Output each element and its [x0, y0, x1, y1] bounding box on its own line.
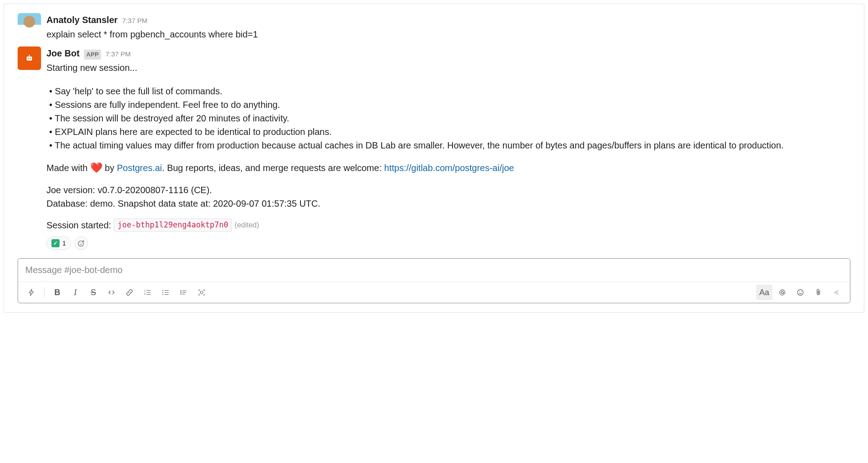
svg-text:2: 2	[144, 292, 146, 295]
timestamp: 7:37 PM	[122, 16, 148, 26]
smile-icon	[796, 288, 804, 296]
strikethrough-button[interactable]: S	[85, 285, 102, 300]
emoji-button[interactable]	[792, 285, 808, 300]
app-badge: APP	[84, 50, 101, 60]
text: . Bug reports, ideas, and merge requests…	[162, 163, 384, 173]
link-icon	[125, 288, 134, 296]
bullet-item: • The actual timing values may differ fr…	[46, 139, 850, 152]
svg-rect-0	[27, 56, 32, 60]
code-button[interactable]	[103, 285, 120, 300]
code-icon	[107, 288, 115, 296]
code-block-icon	[198, 288, 206, 296]
svg-point-13	[781, 292, 784, 294]
at-icon	[778, 288, 786, 296]
paperclip-icon	[814, 288, 822, 296]
composer-toolbar: B I S 12 Aa	[18, 282, 850, 303]
message-composer: Message #joe-bot-demo B I S 12 Aa	[18, 258, 850, 303]
text: Made with	[46, 163, 90, 173]
composer-input[interactable]: Message #joe-bot-demo	[18, 259, 850, 282]
reaction-count: 1	[62, 238, 66, 249]
reactions-bar: ✓ 1	[46, 236, 850, 250]
message-bot: Joe Bot APP 7:37 PM Starting new session…	[18, 46, 850, 250]
version-line: Joe version: v0.7.0-20200807-1116 (CE).	[46, 183, 850, 197]
reaction-check[interactable]: ✓ 1	[46, 236, 71, 250]
send-button[interactable]	[828, 285, 845, 300]
link-button[interactable]	[121, 285, 138, 300]
svg-point-6	[80, 243, 81, 244]
text: by	[102, 163, 117, 173]
smile-plus-icon	[77, 239, 85, 247]
blockquote-button[interactable]	[175, 285, 192, 300]
mention-button[interactable]	[774, 285, 790, 300]
message-content: Anatoly Stansler 7:37 PM explain select …	[46, 13, 850, 41]
code-block-button[interactable]	[194, 285, 210, 300]
divider	[44, 287, 45, 297]
send-icon	[832, 288, 840, 296]
svg-point-10	[162, 290, 163, 291]
robot-icon	[25, 54, 33, 62]
bullet-item: • Sessions are fully independent. Feel f…	[46, 98, 850, 111]
svg-point-11	[162, 292, 163, 293]
bullet-list-icon	[162, 288, 170, 296]
svg-point-14	[798, 290, 803, 296]
bot-intro: Starting new session...	[46, 61, 850, 74]
svg-point-4	[29, 55, 30, 56]
svg-text:1: 1	[144, 289, 146, 292]
svg-point-15	[799, 292, 800, 292]
postgres-link[interactable]: Postgres.ai	[117, 163, 162, 173]
repo-link[interactable]: https://gitlab.com/postgres-ai/joe	[384, 163, 514, 173]
bold-button[interactable]: B	[49, 285, 65, 300]
database-line: Database: demo. Snapshot data state at: …	[46, 197, 850, 210]
made-with-line: Made with ❤️ by Postgres.ai. Bug reports…	[46, 160, 850, 175]
message-header: Anatoly Stansler 7:37 PM	[46, 13, 850, 27]
avatar-user[interactable]	[18, 13, 41, 37]
edited-label: (edited)	[235, 220, 259, 231]
svg-point-7	[82, 243, 83, 244]
message-user: Anatoly Stansler 7:37 PM explain select …	[18, 13, 850, 41]
chat-panel: Anatoly Stansler 7:37 PM explain select …	[4, 4, 864, 313]
bullet-list-button[interactable]	[157, 285, 174, 300]
shortcuts-button[interactable]	[23, 285, 40, 300]
lightning-icon	[28, 288, 36, 296]
message-header: Joe Bot APP 7:37 PM	[46, 46, 850, 60]
svg-point-2	[30, 58, 31, 59]
italic-button[interactable]: I	[67, 285, 83, 300]
avatar-bot[interactable]	[18, 46, 41, 70]
attach-button[interactable]	[810, 285, 826, 300]
ordered-list-icon: 12	[143, 288, 152, 296]
svg-point-12	[162, 294, 163, 295]
bullet-list: • Say 'help' to see the full list of com…	[46, 84, 850, 152]
heart-icon: ❤️	[90, 162, 102, 173]
quote-icon	[180, 288, 188, 296]
ordered-list-button[interactable]: 12	[139, 285, 156, 300]
sender-name[interactable]: Anatoly Stansler	[46, 13, 118, 27]
bullet-item: • The session will be destroyed after 20…	[46, 111, 850, 125]
timestamp: 7:37 PM	[106, 49, 131, 60]
format-toggle-button[interactable]: Aa	[756, 285, 772, 300]
message-content: Joe Bot APP 7:37 PM Starting new session…	[46, 46, 850, 250]
version-block: Joe version: v0.7.0-20200807-1116 (CE). …	[46, 183, 850, 210]
session-label: Session started:	[46, 218, 111, 232]
add-reaction-button[interactable]	[74, 236, 88, 250]
sender-name[interactable]: Joe Bot	[46, 46, 79, 60]
svg-point-16	[801, 292, 802, 292]
svg-point-5	[78, 241, 84, 246]
svg-point-1	[28, 58, 29, 59]
session-id: joe-bthp1l29eng4aoktp7n0	[114, 218, 232, 232]
session-line: Session started: joe-bthp1l29eng4aoktp7n…	[46, 218, 850, 232]
checkmark-icon: ✓	[51, 239, 60, 247]
bullet-item: • EXPLAIN plans here are expected to be …	[46, 125, 850, 139]
message-text: explain select * from pgbench_accounts w…	[46, 28, 850, 41]
bullet-item: • Say 'help' to see the full list of com…	[46, 84, 850, 98]
